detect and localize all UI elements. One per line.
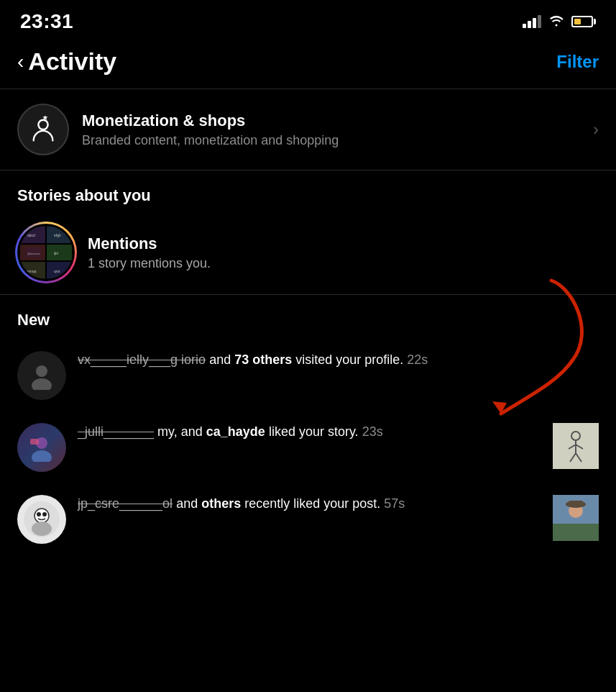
signal-icon (523, 15, 541, 28)
activity-bold-2: ca_hayde (206, 424, 265, 439)
activity-avatar-1 (17, 351, 66, 400)
status-icons (523, 14, 596, 30)
svg-point-29 (42, 512, 47, 516)
filter-button[interactable]: Filter (556, 52, 599, 72)
activity-time-2: 23s (362, 424, 383, 439)
activity-bold-1: 73 others (234, 352, 292, 367)
chevron-right-icon: › (593, 119, 599, 140)
activity-avatar-3 (17, 495, 66, 544)
svg-text:abcd: abcd (27, 233, 35, 237)
mentions-avatar-wrap: abcd efgh @tauriccc ijkl mnop (17, 224, 75, 281)
svg-point-15 (32, 378, 52, 390)
svg-rect-18 (30, 439, 39, 445)
svg-text:ijkl: ijkl (54, 251, 58, 255)
monetization-icon (17, 104, 69, 155)
status-time: 23:31 (20, 10, 73, 33)
mentions-row[interactable]: abcd efgh @tauriccc ijkl mnop (0, 215, 616, 294)
page-title: Activity (28, 47, 116, 76)
mentions-title: Mentions (88, 235, 211, 253)
svg-point-17 (32, 450, 52, 462)
activity-item-2[interactable]: _julli_______ my, and ca_hayde liked you… (0, 411, 616, 483)
svg-text:qrst: qrst (54, 269, 60, 273)
activity-time-3: 57s (384, 496, 405, 511)
monetization-row[interactable]: Monetization & shops Branded content, mo… (0, 89, 616, 170)
activity-text-1: vx_____ielly___g iorio and 73 others vis… (78, 351, 599, 369)
activity-thumbnail-2 (553, 423, 599, 469)
new-section-header: New (0, 295, 616, 340)
activity-text-3: jp_csre______ol and others recently like… (78, 495, 541, 513)
battery-icon (571, 16, 596, 27)
stories-section-header: Stories about you (0, 170, 616, 215)
wifi-icon (548, 14, 564, 30)
mentions-subtitle: 1 story mentions you. (88, 256, 211, 271)
activity-time-1: 22s (407, 352, 428, 367)
svg-rect-35 (569, 501, 583, 506)
svg-rect-32 (553, 524, 599, 541)
svg-text:efgh: efgh (54, 233, 61, 237)
svg-point-0 (38, 120, 47, 129)
status-bar: 23:31 (0, 0, 616, 40)
activity-item-1[interactable]: vx_____ielly___g iorio and 73 others vis… (0, 340, 616, 411)
svg-text:mnop: mnop (27, 269, 37, 273)
activity-thumbnail-3 (553, 495, 599, 541)
activity-username-2: _julli_______ (78, 424, 154, 439)
person-star-icon (29, 116, 57, 143)
activity-username-1: vx_____ielly___g iorio (78, 352, 206, 367)
monetization-title: Monetization & shops (82, 111, 593, 130)
svg-text:@tauriccc: @tauriccc (27, 252, 40, 255)
page-header: ‹ Activity Filter (0, 40, 616, 88)
activity-text-2: _julli_______ my, and ca_hayde liked you… (78, 423, 541, 441)
activity-username-3: jp_csre______ol (78, 496, 173, 511)
svg-point-14 (36, 365, 47, 377)
monetization-subtitle: Branded content, monetization and shoppi… (82, 133, 593, 148)
svg-point-28 (37, 512, 41, 516)
activity-avatar-2 (17, 423, 66, 472)
svg-point-30 (32, 522, 52, 536)
activity-bold-3: others (201, 496, 241, 511)
svg-point-27 (35, 509, 49, 523)
activity-item-3[interactable]: jp_csre______ol and others recently like… (0, 483, 616, 555)
back-button[interactable]: ‹ (17, 50, 24, 73)
